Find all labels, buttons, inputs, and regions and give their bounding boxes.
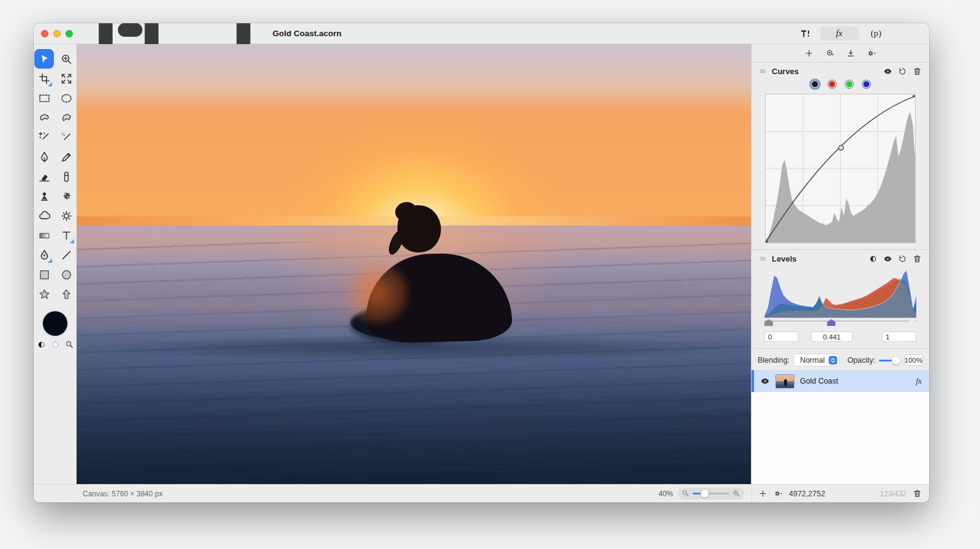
opacity-field[interactable]: 100% [904,354,923,366]
channel-red-button[interactable] [827,80,837,89]
add-icon[interactable] [758,489,767,498]
trash-icon[interactable] [913,254,922,263]
close-button[interactable] [41,30,48,37]
bw-swatches-icon[interactable] [36,339,47,350]
layer-fx-badge[interactable]: fx [916,376,922,386]
cursor-coordinates: 4972,2752 [789,490,825,498]
brush-tool[interactable] [34,147,54,167]
levels-low-field[interactable]: 0 [764,331,799,342]
resize-tool[interactable] [56,69,76,88]
minimize-button[interactable] [53,30,61,37]
inspector-panel: Curves Levels [752,44,929,484]
levels-fields: 0 0.441 1 [764,331,916,343]
contrast-icon[interactable] [869,254,878,263]
star-shape-tool[interactable] [34,284,54,304]
layer-visibility-icon[interactable] [760,376,770,386]
zoom-window-button[interactable] [66,30,73,37]
lasso-tool[interactable] [34,108,54,127]
add-icon[interactable] [804,48,814,58]
visibility-icon[interactable] [883,67,892,76]
magic-wand-tool[interactable] [34,127,54,147]
fx-toggle-button[interactable]: fx [820,26,859,40]
blending-label: Blending: [758,356,790,365]
layer-row[interactable]: Gold Coast fx [752,370,929,392]
color-well[interactable] [43,311,67,336]
eraser-tool[interactable] [34,167,54,186]
levels-title: Levels [772,254,796,263]
ellipse-shape-tool[interactable] [56,265,76,284]
crop-tool[interactable] [34,69,54,88]
photo-lens-flare [344,262,411,324]
acorn-window: Gold Coast.acorn fx (p) [34,23,929,502]
zoom-in-icon[interactable] [732,489,741,498]
window-title: Gold Coast.acorn [273,29,342,38]
paint-tube-tool[interactable] [56,167,76,186]
text-tool[interactable] [56,225,76,245]
traffic-lights [41,30,73,37]
layer-list-empty[interactable] [752,392,929,484]
stepper-icon [829,356,837,365]
levels-slider [764,319,916,328]
gradient-tool[interactable] [34,225,54,245]
arrow-shape-tool[interactable] [56,284,76,304]
clone-stamp-tool[interactable] [34,186,54,206]
pencil-tool[interactable] [56,147,76,167]
gear-menu-icon[interactable] [774,489,783,498]
move-tool[interactable] [34,49,54,69]
curves-graph[interactable] [765,94,916,243]
channel-green-button[interactable] [845,80,854,89]
opacity-slider[interactable] [879,356,900,365]
levels-mid-field[interactable]: 0.441 [811,331,853,342]
gear-menu-icon[interactable] [867,48,876,58]
zoom-slider[interactable] [693,493,729,494]
polygon-lasso-tool[interactable] [56,108,76,127]
curves-header: Curves [752,62,929,78]
selection-counter: 123/432 [880,490,907,498]
photo-person-head [398,205,440,253]
canvas[interactable] [77,44,751,484]
rect-shape-tool[interactable] [34,265,54,284]
p-toggle-button[interactable]: (p) [867,26,886,40]
drag-grip-icon[interactable] [759,254,768,263]
visibility-icon[interactable] [883,254,892,263]
title-bar[interactable]: Gold Coast.acorn fx (p) [34,23,929,44]
reset-icon[interactable] [898,67,907,76]
bezier-pen-tool[interactable] [34,245,54,265]
color-ring-icon[interactable] [50,339,61,350]
trash-icon[interactable] [913,489,922,498]
blending-mode-select[interactable]: Normal [793,354,840,366]
tool-palette [34,44,77,484]
filter-toolbar [752,44,929,62]
status-bar: Canvas: 5760 × 3840 px 40% 4972,2752 123… [34,484,929,502]
download-icon[interactable] [846,48,856,58]
zoom-control [678,488,744,499]
dodge-burn-tool[interactable] [56,206,76,225]
desktop: Gold Coast.acorn fx (p) [0,0,980,549]
smudge-tool[interactable] [56,186,76,206]
blending-mode-value: Normal [800,356,824,365]
reset-icon[interactable] [898,254,907,263]
photo-foreground [77,369,751,484]
zoom-out-icon[interactable] [681,489,690,498]
instant-alpha-tool[interactable] [56,127,76,147]
rect-select-tool[interactable] [34,88,54,108]
line-tool[interactable] [56,245,76,265]
smart-filter-icon[interactable] [825,48,835,58]
cloud-tool[interactable] [34,206,54,225]
opacity-label: Opacity: [847,356,875,365]
canvas-info: Canvas: 5760 × 3840 px [83,490,162,498]
channel-blue-button[interactable] [862,80,871,89]
drag-grip-icon[interactable] [759,67,768,76]
hammer-alert-icon[interactable] [798,28,812,39]
trash-icon[interactable] [913,67,922,76]
ellipse-select-tool[interactable] [56,88,76,108]
zoom-percent: 40% [658,490,673,498]
channel-composite-button[interactable] [810,80,820,89]
layer-name: Gold Coast [800,377,839,385]
levels-high-field[interactable]: 1 [882,331,916,342]
levels-header: Levels [752,250,929,265]
curves-title: Curves [772,67,799,76]
layer-thumbnail [775,374,794,388]
zoom-tool[interactable] [56,49,76,69]
loupe-icon[interactable] [64,339,75,350]
